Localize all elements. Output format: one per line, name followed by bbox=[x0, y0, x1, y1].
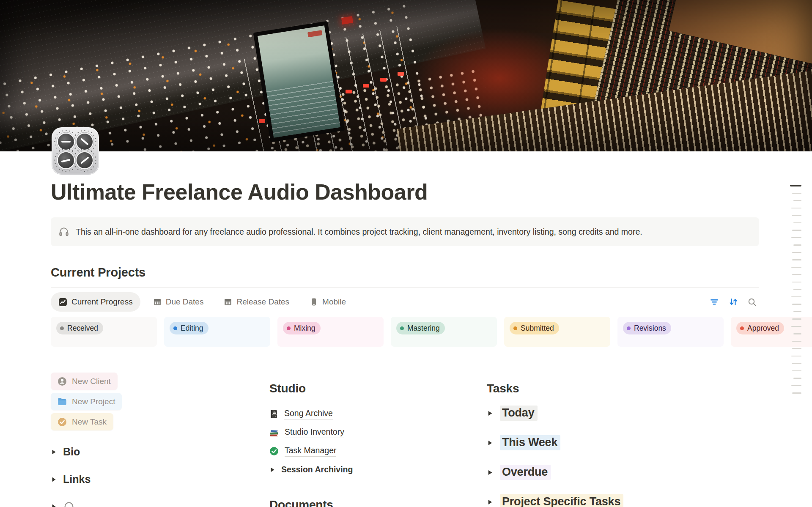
search-icon[interactable] bbox=[748, 298, 757, 307]
status-dot bbox=[173, 326, 177, 330]
page-outline-minimap[interactable] bbox=[790, 185, 801, 394]
folder-icon bbox=[58, 397, 67, 406]
status-badge[interactable]: Mastering bbox=[396, 322, 445, 334]
tab-current-progress[interactable]: Current Progress bbox=[51, 292, 140, 312]
section-heading-documents: Documents bbox=[269, 498, 467, 507]
status-badge[interactable]: Submitted bbox=[510, 322, 559, 334]
calendar-icon bbox=[153, 298, 162, 306]
toggle-arrow-icon[interactable] bbox=[487, 499, 493, 505]
toggle-overdue[interactable]: Overdue bbox=[487, 465, 759, 480]
outline-dash[interactable] bbox=[793, 200, 801, 201]
toggle-arrow-icon[interactable] bbox=[51, 449, 57, 455]
toggle-arrow-icon[interactable] bbox=[51, 504, 57, 507]
outline-dash[interactable] bbox=[793, 311, 801, 312]
new-project-button[interactable]: New Project bbox=[51, 393, 122, 410]
status-badge[interactable]: Revisions bbox=[623, 322, 671, 334]
tab-label: Release Dates bbox=[236, 297, 289, 307]
tab-due-dates[interactable]: Due Dates bbox=[145, 292, 211, 312]
headphones-icon bbox=[63, 501, 75, 507]
status-badge[interactable]: Approved bbox=[736, 322, 784, 334]
outline-dash[interactable] bbox=[792, 341, 801, 342]
toggle-arrow-icon[interactable] bbox=[487, 410, 493, 417]
button-label: New Task bbox=[72, 417, 107, 427]
toggle-arrow-icon[interactable] bbox=[487, 469, 493, 476]
toggle-label: This Week bbox=[500, 435, 560, 450]
page-link-studio-inventory[interactable]: Studio Inventory bbox=[269, 423, 467, 442]
new-task-button[interactable]: New Task bbox=[51, 413, 113, 430]
outline-dash[interactable] bbox=[792, 370, 801, 372]
page-link-song-archive[interactable]: Song Archive bbox=[269, 405, 467, 423]
outline-dash[interactable] bbox=[792, 392, 801, 394]
cover-image bbox=[0, 0, 812, 151]
outline-dash[interactable] bbox=[793, 333, 801, 334]
check-circle-icon bbox=[58, 417, 67, 427]
page-icon-control-knobs[interactable] bbox=[52, 127, 99, 175]
kanban-column-editing[interactable]: Editing bbox=[164, 317, 270, 347]
outline-dash[interactable] bbox=[793, 222, 801, 224]
outline-dash[interactable] bbox=[792, 304, 801, 305]
link-label: Song Archive bbox=[284, 408, 333, 419]
tab-release-dates[interactable]: Release Dates bbox=[216, 292, 297, 312]
outline-dash[interactable] bbox=[792, 193, 801, 194]
toggle-project-specific-tasks[interactable]: Project Specific Tasks bbox=[487, 494, 759, 507]
outline-dash[interactable] bbox=[791, 296, 801, 298]
outline-dash[interactable] bbox=[792, 230, 801, 231]
toggle-session-archiving[interactable]: Session Archiving bbox=[269, 460, 467, 479]
outline-dash[interactable] bbox=[792, 215, 801, 216]
kanban-column-received[interactable]: Received bbox=[51, 317, 157, 347]
outline-dash[interactable] bbox=[793, 378, 801, 379]
outline-dash[interactable] bbox=[791, 237, 801, 238]
link-label: Task Manager bbox=[285, 446, 336, 457]
toggle-arrow-icon[interactable] bbox=[269, 467, 275, 473]
outline-dash[interactable] bbox=[791, 208, 801, 209]
toggle-arrow-icon[interactable] bbox=[487, 440, 493, 446]
outline-dash[interactable] bbox=[791, 385, 801, 386]
toggle-bio[interactable]: Bio bbox=[51, 446, 250, 458]
outline-dash[interactable] bbox=[792, 363, 801, 364]
outline-dash[interactable] bbox=[793, 244, 801, 246]
page-link-task-manager[interactable]: Task Manager bbox=[269, 442, 467, 460]
kanban-column-revisions[interactable]: Revisions bbox=[617, 317, 724, 347]
tab-label: Due Dates bbox=[166, 297, 204, 307]
section-heading-tasks: Tasks bbox=[487, 382, 759, 395]
green-check-icon bbox=[269, 447, 279, 456]
kanban-column-mastering[interactable]: Mastering bbox=[391, 317, 497, 347]
toggle-arrow-icon[interactable] bbox=[51, 477, 57, 482]
phone-icon bbox=[310, 298, 318, 306]
outline-dash[interactable] bbox=[791, 356, 801, 357]
outline-dash[interactable] bbox=[792, 318, 801, 320]
toggle-label: Today bbox=[500, 406, 538, 421]
outline-dash[interactable] bbox=[793, 289, 801, 290]
outline-dash[interactable] bbox=[792, 259, 801, 260]
outline-dash[interactable] bbox=[792, 282, 801, 283]
new-client-button[interactable]: New Client bbox=[51, 373, 118, 390]
toggle-headphones[interactable] bbox=[51, 501, 250, 507]
toggle-label: Project Specific Tasks bbox=[500, 494, 623, 507]
link-label: Studio Inventory bbox=[285, 427, 344, 438]
status-label: Approved bbox=[747, 324, 779, 333]
outline-dash[interactable] bbox=[791, 326, 801, 327]
toggle-links[interactable]: Links bbox=[51, 473, 250, 485]
sort-icon[interactable] bbox=[729, 298, 738, 306]
status-badge[interactable]: Editing bbox=[170, 322, 208, 334]
kanban-column-mixing[interactable]: Mixing bbox=[277, 317, 384, 347]
status-badge[interactable]: Received bbox=[56, 322, 103, 334]
tab-label: Mobile bbox=[322, 297, 346, 307]
toggle-today[interactable]: Today bbox=[487, 406, 759, 421]
outline-dash[interactable] bbox=[792, 274, 801, 275]
status-dot bbox=[400, 326, 404, 330]
kanban-column-submitted[interactable]: Submitted bbox=[504, 317, 610, 347]
status-badge[interactable]: Mixing bbox=[283, 322, 321, 334]
filter-icon[interactable] bbox=[710, 298, 719, 306]
outline-dash[interactable] bbox=[791, 267, 801, 268]
outline-dash[interactable] bbox=[792, 348, 801, 349]
chart-icon bbox=[58, 298, 67, 307]
right-column: Tasks Today This Week bbox=[487, 373, 759, 507]
toggle-label: Links bbox=[63, 473, 91, 485]
status-label: Submitted bbox=[521, 324, 554, 333]
tab-mobile[interactable]: Mobile bbox=[302, 292, 354, 312]
section-heading-current-projects: Current Projects bbox=[51, 266, 759, 280]
outline-dash[interactable] bbox=[792, 252, 801, 253]
toggle-this-week[interactable]: This Week bbox=[487, 435, 759, 450]
outline-dash[interactable] bbox=[790, 185, 801, 186]
